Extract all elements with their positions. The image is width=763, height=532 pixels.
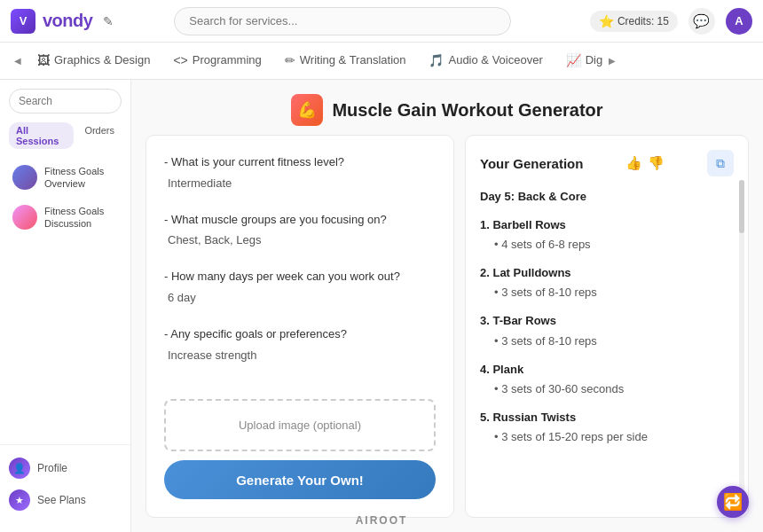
session-avatar-2 bbox=[12, 205, 37, 230]
copy-button[interactable]: ⧉ bbox=[707, 150, 734, 176]
plans-icon: ★ bbox=[9, 489, 30, 511]
question-block-3: - How many days per week can you work ou… bbox=[164, 268, 436, 308]
category-tabs: ◀ 🖼 Graphics & Design <> Programming ✏ W… bbox=[0, 43, 763, 80]
sidebar-profile-item[interactable]: 👤 Profile bbox=[9, 452, 122, 484]
sidebar-plans-item[interactable]: ★ See Plans bbox=[9, 484, 122, 516]
exercise-name-1: 1. Barbell Rows bbox=[480, 215, 730, 235]
fab-icon: 🔁 bbox=[723, 492, 743, 512]
exercise-name-2: 2. Lat Pulldowns bbox=[480, 263, 730, 283]
search-bar bbox=[174, 7, 511, 35]
answer-text-1: Intermediate bbox=[164, 175, 436, 193]
sidebar-tab-all-sessions[interactable]: All Sessions bbox=[9, 122, 74, 149]
answer-text-2: Chest, Back, Legs bbox=[164, 231, 436, 250]
session-label-2: Fitness Goals Discussion bbox=[44, 205, 118, 231]
tab-writing-translation[interactable]: ✏ Writing & Translation bbox=[274, 43, 417, 80]
edit-icon[interactable]: ✎ bbox=[103, 14, 114, 28]
profile-icon: 👤 bbox=[9, 458, 30, 479]
tab-graphics-design[interactable]: 🖼 Graphics & Design bbox=[27, 43, 161, 80]
exercise-name-5: 5. Russian Twists bbox=[480, 408, 730, 427]
content-area: 💪 Muscle Gain Workout Generator - What i… bbox=[131, 80, 763, 532]
sidebar-tab-orders[interactable]: Orders bbox=[77, 122, 122, 149]
chat-button[interactable]: 💬 bbox=[688, 8, 715, 35]
question-block-1: - What is your current fitness level? In… bbox=[164, 153, 436, 193]
tab-audio-voiceover-label: Audio & Voiceover bbox=[448, 53, 542, 66]
top-navigation: V vondy ✎ ⭐ Credits: 15 💬 A bbox=[0, 0, 763, 43]
exercise-detail-5: 3 sets of 15-20 reps per side bbox=[480, 427, 730, 447]
thumb-icons: 👍 👎 bbox=[625, 155, 665, 171]
question-text-2: - What muscle groups are you focusing on… bbox=[164, 211, 436, 230]
thumbs-up-button[interactable]: 👍 bbox=[625, 155, 642, 171]
sidebar-bottom: 👤 Profile ★ See Plans bbox=[0, 444, 130, 523]
question-text-4: - Any specific goals or preferences? bbox=[164, 325, 436, 344]
exercise-detail-3: 3 sets of 8-10 reps bbox=[480, 332, 730, 351]
upload-image-box[interactable]: Upload image (optional) bbox=[164, 399, 436, 451]
session-avatar-1 bbox=[12, 165, 37, 190]
generation-title: Your Generation bbox=[480, 156, 583, 171]
nav-right: ⭐ Credits: 15 💬 A bbox=[590, 8, 752, 35]
page-header: 💪 Muscle Gain Workout Generator bbox=[131, 80, 763, 135]
audio-icon: 🎵 bbox=[429, 53, 444, 67]
page-header-icon: 💪 bbox=[291, 94, 323, 126]
sidebar: All Sessions Orders Fitness Goals Overvi… bbox=[0, 80, 131, 532]
day-header: Day 5: Back & Core bbox=[480, 187, 730, 207]
credits-icon: ⭐ bbox=[599, 14, 614, 28]
tab-graphics-design-label: Graphics & Design bbox=[54, 53, 150, 66]
answer-text-4: Increase strength bbox=[164, 347, 436, 365]
tab-digital-marketing[interactable]: 📈 Digital Marketing bbox=[555, 43, 603, 80]
profile-label: Profile bbox=[37, 462, 67, 474]
sidebar-tabs: All Sessions Orders bbox=[0, 122, 130, 149]
scrollbar-track bbox=[739, 180, 744, 508]
generation-content: Day 5: Back & Core 1. Barbell Rows 4 set… bbox=[480, 187, 734, 503]
right-panel: Your Generation 👍 👎 ⧉ Day 5: Back & Core… bbox=[465, 135, 749, 518]
page-title: Muscle Gain Workout Generator bbox=[332, 100, 602, 121]
digital-marketing-icon: 📈 bbox=[566, 53, 581, 67]
session-label-1: Fitness Goals Overview bbox=[44, 165, 118, 191]
logo-area: V vondy ✎ bbox=[11, 9, 135, 34]
sidebar-session-2[interactable]: Fitness Goals Discussion bbox=[4, 198, 127, 238]
generate-button[interactable]: Generate Your Own! bbox=[164, 460, 436, 499]
avatar[interactable]: A bbox=[726, 8, 752, 35]
thumbs-down-button[interactable]: 👎 bbox=[648, 155, 665, 171]
search-input[interactable] bbox=[174, 7, 511, 35]
tab-scroll-left-button[interactable]: ◀ bbox=[9, 43, 27, 79]
credits-label: Credits: 15 bbox=[617, 15, 669, 27]
logo-text: vondy bbox=[43, 11, 92, 31]
answer-text-3: 6 day bbox=[164, 289, 436, 308]
tab-writing-translation-label: Writing & Translation bbox=[300, 53, 406, 66]
graphics-design-icon: 🖼 bbox=[37, 53, 50, 67]
tab-audio-voiceover[interactable]: 🎵 Audio & Voiceover bbox=[418, 43, 553, 80]
exercise-name-3: 3. T-Bar Rows bbox=[480, 311, 730, 331]
tab-scroll-right-button[interactable]: ▶ bbox=[603, 43, 621, 79]
question-text-1: - What is your current fitness level? bbox=[164, 153, 436, 172]
programming-icon: <> bbox=[173, 53, 187, 67]
question-block-2: - What muscle groups are you focusing on… bbox=[164, 211, 436, 251]
generation-header: Your Generation 👍 👎 ⧉ bbox=[480, 150, 734, 176]
sidebar-search-input[interactable] bbox=[9, 89, 122, 113]
left-panel: - What is your current fitness level? In… bbox=[146, 135, 454, 518]
see-plans-label: See Plans bbox=[37, 494, 86, 506]
tabs-list: 🖼 Graphics & Design <> Programming ✏ Wri… bbox=[27, 43, 603, 80]
tab-programming-label: Programming bbox=[193, 53, 262, 66]
exercise-detail-1: 4 sets of 6-8 reps bbox=[480, 235, 730, 254]
sidebar-search-area bbox=[0, 89, 130, 122]
question-block-4: - Any specific goals or preferences? Inc… bbox=[164, 325, 436, 365]
tab-programming[interactable]: <> Programming bbox=[162, 43, 271, 80]
main-layout: All Sessions Orders Fitness Goals Overvi… bbox=[0, 80, 763, 532]
floating-action-button[interactable]: 🔁 bbox=[717, 486, 749, 518]
scrollbar-thumb[interactable] bbox=[739, 180, 744, 233]
sidebar-session-1[interactable]: Fitness Goals Overview bbox=[4, 158, 127, 198]
logo-icon[interactable]: V bbox=[11, 9, 35, 34]
exercise-detail-4: 3 sets of 30-60 seconds bbox=[480, 379, 730, 399]
tab-digital-marketing-label: Digital Marketing bbox=[586, 53, 603, 66]
exercise-name-4: 4. Plank bbox=[480, 360, 730, 379]
credits-badge[interactable]: ⭐ Credits: 15 bbox=[590, 11, 678, 32]
question-text-3: - How many days per week can you work ou… bbox=[164, 268, 436, 286]
upload-label: Upload image (optional) bbox=[239, 419, 361, 432]
panels: - What is your current fitness level? In… bbox=[131, 135, 763, 532]
questions-area: - What is your current fitness level? In… bbox=[164, 153, 436, 390]
writing-icon: ✏ bbox=[285, 53, 295, 67]
watermark: AIROOT bbox=[356, 514, 408, 527]
exercise-detail-2: 3 sets of 8-10 reps bbox=[480, 283, 730, 302]
